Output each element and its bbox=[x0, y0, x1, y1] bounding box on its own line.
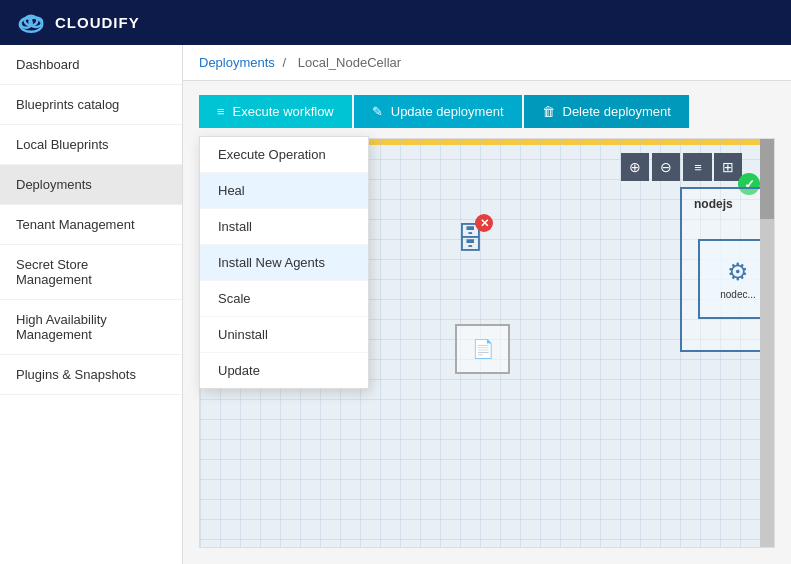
dropdown-item-install[interactable]: Install bbox=[200, 209, 368, 245]
sidebar: Dashboard Blueprints catalog Local Bluep… bbox=[0, 45, 183, 564]
logo-text: CLOUDIFY bbox=[55, 14, 140, 31]
cloudify-logo-icon bbox=[15, 7, 47, 39]
nodejs-label: nodejs bbox=[694, 197, 733, 211]
list-view-button[interactable]: ≡ bbox=[684, 153, 712, 181]
execute-workflow-button[interactable]: ≡ Execute workflow bbox=[199, 95, 352, 128]
breadcrumb-parent[interactable]: Deployments bbox=[199, 55, 275, 70]
dropdown-item-scale[interactable]: Scale bbox=[200, 281, 368, 317]
main-content: Deployments / Local_NodeCellar ≡ Execute… bbox=[183, 45, 791, 564]
header: CLOUDIFY bbox=[0, 0, 791, 45]
sidebar-item-blueprints-catalog[interactable]: Blueprints catalog bbox=[0, 85, 182, 125]
dropdown-item-install-new-agents[interactable]: Install New Agents bbox=[200, 245, 368, 281]
update-deployment-button[interactable]: ✎ Update deployment bbox=[354, 95, 522, 128]
sidebar-item-high-availability-management[interactable]: High Availability Management bbox=[0, 300, 182, 355]
bottom-node-icon: 📄 bbox=[472, 338, 494, 360]
sidebar-item-tenant-management[interactable]: Tenant Management bbox=[0, 205, 182, 245]
db-node-container: 🗄 ✕ bbox=[455, 222, 485, 256]
sidebar-item-deployments[interactable]: Deployments bbox=[0, 165, 182, 205]
dropdown-item-update[interactable]: Update bbox=[200, 353, 368, 388]
nodec-file-icon: ⚙ bbox=[727, 258, 749, 286]
edit-icon: ✎ bbox=[372, 104, 383, 119]
bottom-node-box: 📄 bbox=[455, 324, 510, 374]
scrollbar-track bbox=[760, 139, 774, 547]
nodec-label: nodec... bbox=[720, 289, 756, 300]
sidebar-item-local-blueprints[interactable]: Local Blueprints bbox=[0, 125, 182, 165]
app-layout: Dashboard Blueprints catalog Local Bluep… bbox=[0, 45, 791, 564]
zoom-out-button[interactable]: ⊖ bbox=[652, 153, 680, 181]
scrollbar-thumb[interactable] bbox=[760, 139, 774, 219]
sidebar-item-dashboard[interactable]: Dashboard bbox=[0, 45, 182, 85]
execute-workflow-dropdown: Execute Operation Heal Install Install N… bbox=[199, 136, 369, 389]
fit-button[interactable]: ⊞ bbox=[714, 153, 742, 181]
delete-deployment-button[interactable]: 🗑 Delete deployment bbox=[524, 95, 689, 128]
breadcrumb: Deployments / Local_NodeCellar bbox=[183, 45, 791, 81]
breadcrumb-current: Local_NodeCellar bbox=[298, 55, 401, 70]
toolbar: ≡ Execute workflow ✎ Update deployment 🗑… bbox=[183, 81, 791, 138]
dropdown-item-uninstall[interactable]: Uninstall bbox=[200, 317, 368, 353]
db-error-badge: ✕ bbox=[475, 214, 493, 232]
sidebar-item-secret-store-management[interactable]: Secret Store Management bbox=[0, 245, 182, 300]
dropdown-item-heal[interactable]: Heal bbox=[200, 173, 368, 209]
hamburger-icon: ≡ bbox=[217, 104, 225, 119]
dropdown-item-execute-operation[interactable]: Execute Operation bbox=[200, 137, 368, 173]
db-node: 🗄 ✕ bbox=[440, 209, 500, 269]
trash-icon: 🗑 bbox=[542, 104, 555, 119]
sidebar-item-plugins-snapshots[interactable]: Plugins & Snapshots bbox=[0, 355, 182, 395]
breadcrumb-separator: / bbox=[283, 55, 287, 70]
zoom-in-button[interactable]: ⊕ bbox=[621, 153, 649, 181]
canvas-controls: ⊕ ⊖ ⤢ ⊞ bbox=[621, 153, 742, 181]
logo: CLOUDIFY bbox=[15, 7, 140, 39]
